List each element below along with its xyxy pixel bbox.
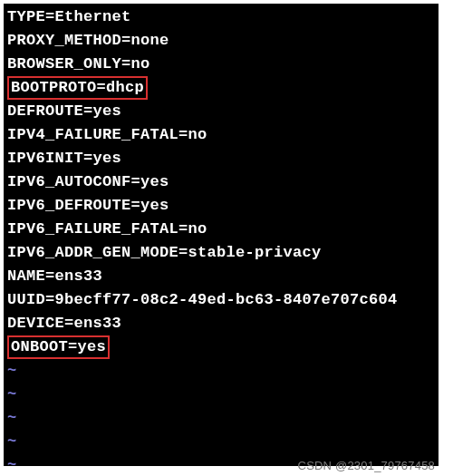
watermark: CSDN @2301_79767458 <box>298 459 435 472</box>
config-line[interactable]: NAME=ens33 <box>7 265 435 288</box>
config-line[interactable]: BOOTPROTO=dhcp <box>7 76 435 100</box>
empty-line-tilde: ~ <box>7 430 435 453</box>
config-line[interactable]: UUID=9becff77-08c2-49ed-bc63-8407e707c60… <box>7 288 435 312</box>
config-line[interactable]: DEVICE=ens33 <box>7 312 435 335</box>
config-line[interactable]: IPV4_FAILURE_FATAL=no <box>7 123 435 147</box>
empty-line-tilde: ~ <box>7 406 435 430</box>
config-line[interactable]: ONBOOT=yes <box>7 335 435 359</box>
config-line[interactable]: PROXY_METHOD=none <box>7 29 435 53</box>
highlighted-config[interactable]: BOOTPROTO=dhcp <box>7 76 148 100</box>
empty-line-tilde: ~ <box>7 383 435 406</box>
config-line[interactable]: IPV6_AUTOCONF=yes <box>7 170 435 194</box>
empty-line-tilde: ~ <box>7 359 435 383</box>
config-line[interactable]: IPV6_FAILURE_FATAL=no <box>7 218 435 241</box>
config-line[interactable]: DEFROUTE=yes <box>7 100 435 123</box>
config-line[interactable]: IPV6INIT=yes <box>7 147 435 170</box>
empty-lines: ~~~~~ <box>7 359 435 466</box>
highlighted-config[interactable]: ONBOOT=yes <box>7 335 110 359</box>
config-line[interactable]: IPV6_ADDR_GEN_MODE=stable-privacy <box>7 241 435 265</box>
config-content[interactable]: TYPE=EthernetPROXY_METHOD=noneBROWSER_ON… <box>7 5 435 359</box>
terminal-window: TYPE=EthernetPROXY_METHOD=noneBROWSER_ON… <box>4 4 439 466</box>
config-line[interactable]: BROWSER_ONLY=no <box>7 53 435 76</box>
config-line[interactable]: TYPE=Ethernet <box>7 5 435 29</box>
config-line[interactable]: IPV6_DEFROUTE=yes <box>7 194 435 218</box>
